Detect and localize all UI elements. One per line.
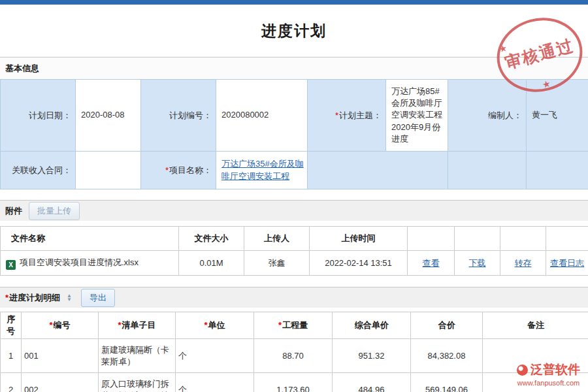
required-marker: *: [204, 320, 207, 330]
cell-code: 002: [22, 373, 99, 392]
col-header-item: *清单子目: [99, 312, 176, 339]
brand-name: 泛普软件: [531, 361, 580, 378]
col-header-total-text: 合价: [438, 320, 455, 330]
cell-total: 569,149.06: [411, 373, 483, 392]
attachment-row: X项目空调安装项目进度情况.xlsx 0.01M 张鑫 2022-02-14 1…: [1, 251, 588, 276]
required-marker: *: [165, 165, 169, 175]
col-header-remark: 备注: [483, 312, 588, 339]
creator-value: 黄一飞: [527, 80, 588, 152]
col-header-item-text: 清单子目: [122, 320, 156, 330]
col-header-empty: [546, 227, 588, 251]
attachment-upload-time: 2022-02-14 13:51: [310, 251, 408, 276]
cell-item: 新建玻璃隔断（卡莱斯卓）: [99, 339, 176, 373]
batch-upload-button[interactable]: 批量上传: [29, 202, 80, 220]
cell-seq: 2: [1, 373, 22, 392]
creator-label: 编制人：: [448, 80, 527, 152]
col-header-quantity: *工程量: [254, 312, 333, 339]
cell-code: 001: [22, 339, 99, 373]
col-header-empty: [455, 227, 500, 251]
page: 进度计划 ★ 审核通过 ★ 基本信息 计划日期： 2020-08-08 计划编号…: [0, 0, 588, 392]
required-marker: *: [5, 293, 8, 302]
brand-url: www.fanpusoft.com: [517, 379, 580, 387]
sort-icon[interactable]: ▲ ▼: [67, 294, 72, 302]
attachment-file-size: 0.01M: [179, 251, 244, 276]
col-header-remark-text: 备注: [527, 320, 544, 330]
view-link[interactable]: 查看: [423, 258, 440, 268]
details-header-row: 序号 *编号 *清单子目 *单位 *工程量 综合单价 合价 备注: [1, 312, 588, 339]
plan-no-label: 计划编号：: [141, 80, 216, 152]
attachment-file-name-text: 项目空调安装项目进度情况.xlsx: [20, 257, 139, 267]
col-header-total: 合价: [411, 312, 483, 339]
section-attachments: 附件 批量上传: [0, 200, 588, 221]
plan-subject-label-text: 计划主题：: [339, 110, 382, 120]
attachment-action-cell: 下载: [455, 251, 500, 276]
related-contract-label: 关联收入合同：: [1, 152, 76, 189]
plan-no-value: 2020080002: [216, 80, 308, 152]
section-basic-info: 基本信息: [0, 57, 588, 79]
brand-watermark: 泛普软件 www.fanpusoft.com: [517, 361, 580, 387]
col-header-unit-price-text: 综合单价: [355, 320, 389, 330]
required-marker: *: [49, 320, 52, 330]
project-name-link[interactable]: 万达广场35#会所及咖啡厅空调安装工程: [221, 159, 304, 180]
attachments-header-row: 文件名称 文件大小 上传人 上传时间: [1, 227, 588, 251]
cell-item: 原入口玻璃移门拆装、拆除门及隔墙: [99, 373, 176, 392]
details-table: 序号 *编号 *清单子目 *单位 *工程量 综合单价 合价 备注 1 001 新…: [0, 312, 588, 392]
col-header-file-size: 文件大小: [179, 227, 244, 251]
col-header-seq-text: 序号: [7, 314, 16, 336]
col-header-unit-price: 综合单价: [333, 312, 411, 339]
col-header-unit: *单位: [176, 312, 254, 339]
col-header-empty: [500, 227, 546, 251]
attachment-action-cell: 查看: [408, 251, 455, 276]
download-link[interactable]: 下载: [469, 258, 486, 268]
plan-date-label: 计划日期：: [1, 80, 76, 152]
attachment-uploader: 张鑫: [244, 251, 310, 276]
project-name-cell: 万达广场35#会所及咖啡厅空调安装工程: [216, 152, 308, 189]
transfer-save-link[interactable]: 转存: [515, 258, 532, 268]
section-attachments-title: 附件: [5, 205, 22, 217]
excel-file-icon: X: [6, 260, 16, 270]
col-header-code-text: 编号: [54, 320, 71, 330]
required-marker: *: [335, 110, 338, 120]
attachment-action-cell: 查看日志: [546, 251, 588, 276]
basic-info-table: 计划日期： 2020-08-08 计划编号： 2020080002 *计划主题：…: [0, 79, 588, 189]
cell-unit: 个: [176, 373, 254, 392]
brand-line: 泛普软件: [517, 361, 580, 378]
page-title: 进度计划: [0, 5, 588, 57]
export-button[interactable]: 导出: [81, 289, 115, 307]
top-bar: [0, 0, 588, 5]
cell-unit-price: 484.96: [333, 373, 411, 392]
required-marker: *: [118, 320, 121, 330]
basic-info-row-2: 关联收入合同： *项目名称： 万达广场35#会所及咖啡厅空调安装工程: [1, 152, 588, 189]
project-name-label: *项目名称：: [141, 152, 216, 189]
attachment-action-cell: 转存: [500, 251, 546, 276]
related-contract-value: [76, 152, 141, 189]
attachments-table: 文件名称 文件大小 上传人 上传时间 X项目空调安装项目进度情况.xlsx 0.…: [0, 226, 588, 276]
plan-subject-label: *计划主题：: [308, 80, 386, 152]
basic-info-row-1: 计划日期： 2020-08-08 计划编号： 2020080002 *计划主题：…: [1, 80, 588, 152]
cell-unit-price: 951.32: [333, 339, 411, 373]
plan-date-value: 2020-08-08: [76, 80, 141, 152]
col-header-uploader: 上传人: [244, 227, 310, 251]
view-log-link[interactable]: 查看日志: [550, 258, 584, 268]
col-header-code: *编号: [22, 312, 99, 339]
col-header-quantity-text: 工程量: [282, 320, 308, 330]
brand-logo-icon: [517, 365, 528, 376]
cell-total: 84,382.08: [411, 339, 483, 373]
col-header-empty: [408, 227, 455, 251]
plan-subject-value: 万达广场85#会所及咖啡厅空调安装工程2020年9月份进度: [386, 80, 448, 152]
detail-row: 1 001 新建玻璃隔断（卡莱斯卓） 个 88.70 951.32 84,382…: [1, 339, 588, 373]
detail-row: 2 002 原入口玻璃移门拆装、拆除门及隔墙 个 1,173.60 484.96…: [1, 373, 588, 392]
empty-cell: [448, 152, 527, 189]
section-details: *进度计划明细 ▲ ▼ 导出: [0, 287, 588, 308]
attachment-file-name: X项目空调安装项目进度情况.xlsx: [1, 251, 179, 276]
empty-cell: [308, 152, 448, 189]
col-header-upload-time: 上传时间: [310, 227, 408, 251]
col-header-seq: 序号: [1, 312, 22, 339]
cell-quantity: 1,173.60: [254, 373, 333, 392]
cell-quantity: 88.70: [254, 339, 333, 373]
empty-cell: [527, 152, 588, 189]
cell-unit: 个: [176, 339, 254, 373]
sort-down-icon: ▼: [67, 298, 72, 302]
project-name-label-text: 项目名称：: [169, 165, 212, 175]
section-details-title-text: 进度计划明细: [9, 293, 60, 302]
